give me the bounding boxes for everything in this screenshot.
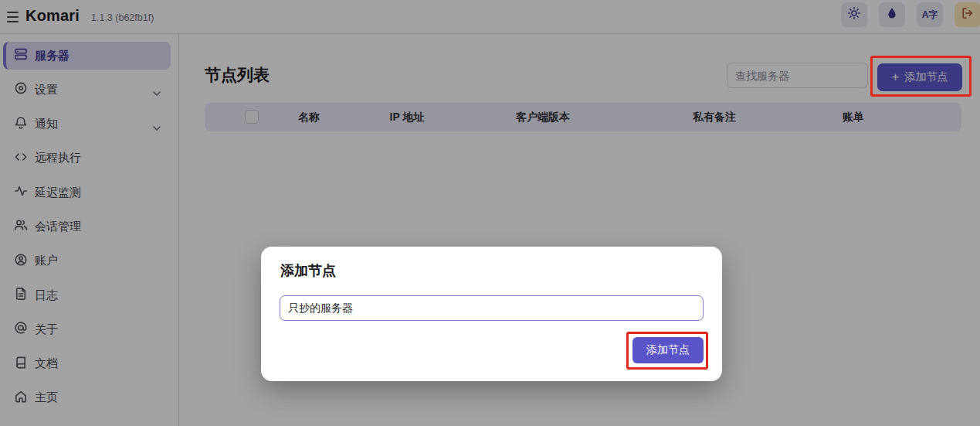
- dialog-add-node-button[interactable]: 添加节点: [632, 337, 704, 363]
- app-window: Komari 1.1.3 (b62fb1f) A字: [0, 0, 980, 426]
- add-node-dialog: 添加节点 添加节点: [261, 247, 722, 381]
- node-name-input[interactable]: [280, 295, 704, 321]
- dialog-title: 添加节点: [280, 261, 336, 280]
